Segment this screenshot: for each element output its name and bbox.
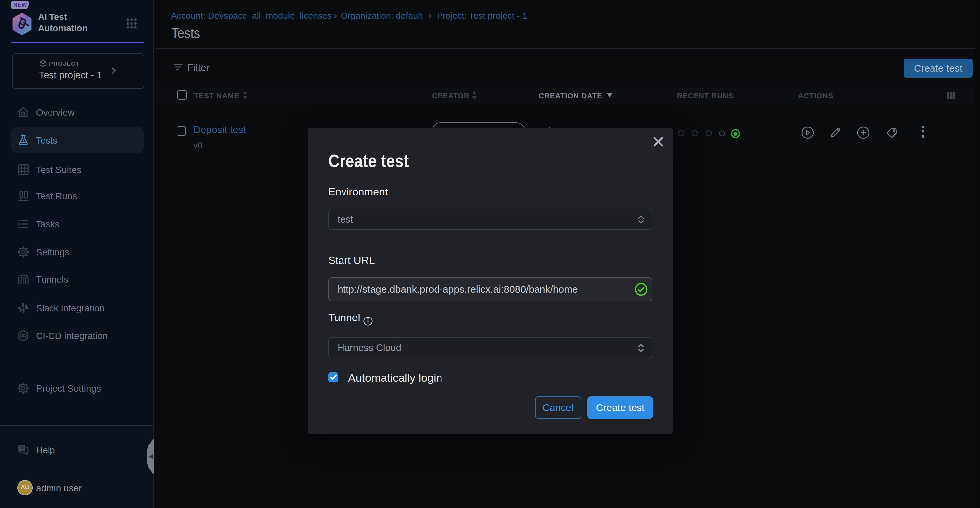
- svg-text:?: ?: [20, 446, 24, 452]
